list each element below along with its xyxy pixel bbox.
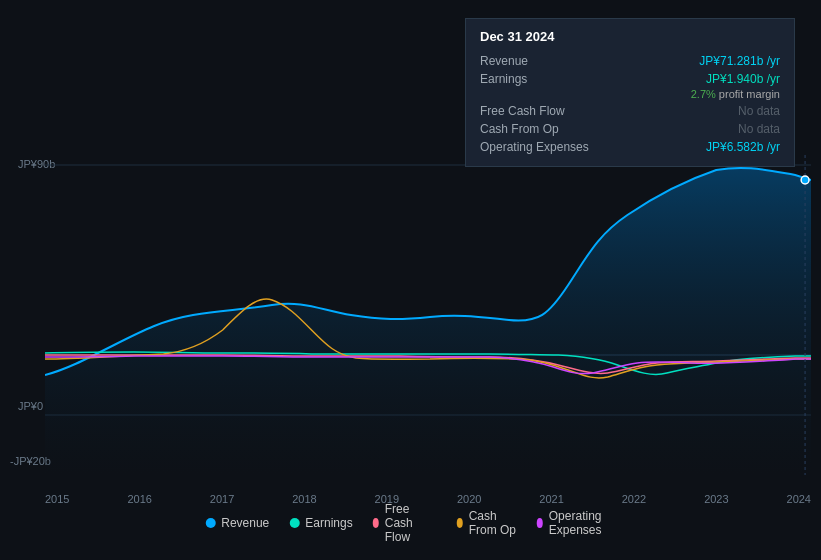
tooltip-opex-value: JP¥6.582b /yr xyxy=(706,140,780,154)
tooltip-cashfromop-label: Cash From Op xyxy=(480,122,600,136)
x-label-2024: 2024 xyxy=(787,493,811,505)
tooltip-revenue-row: Revenue JP¥71.281b /yr xyxy=(480,52,780,70)
legend-opex-dot xyxy=(537,518,543,528)
legend-revenue-dot xyxy=(205,518,215,528)
legend-revenue-label: Revenue xyxy=(221,516,269,530)
x-label-2015: 2015 xyxy=(45,493,69,505)
legend-cash-from-op[interactable]: Cash From Op xyxy=(457,509,517,537)
svg-point-4 xyxy=(801,176,809,184)
tooltip-fcf-label: Free Cash Flow xyxy=(480,104,600,118)
tooltip-revenue-label: Revenue xyxy=(480,54,600,68)
tooltip-earnings-label: Earnings xyxy=(480,72,600,86)
tooltip-cashfromop-value: No data xyxy=(738,122,780,136)
legend-cash-from-op-label: Cash From Op xyxy=(469,509,517,537)
tooltip-earnings-row: Earnings JP¥1.940b /yr xyxy=(480,70,780,88)
tooltip-revenue-value: JP¥71.281b /yr xyxy=(699,54,780,68)
tooltip-earnings-value: JP¥1.940b /yr xyxy=(706,72,780,86)
legend-opex-label: Operating Expenses xyxy=(549,509,616,537)
tooltip-cashfromop-row: Cash From Op No data xyxy=(480,120,780,138)
tooltip-opex-row: Operating Expenses JP¥6.582b /yr xyxy=(480,138,780,156)
tooltip-fcf-value: No data xyxy=(738,104,780,118)
legend-opex[interactable]: Operating Expenses xyxy=(537,509,616,537)
x-label-2022: 2022 xyxy=(622,493,646,505)
tooltip-fcf-row: Free Cash Flow No data xyxy=(480,102,780,120)
legend-revenue[interactable]: Revenue xyxy=(205,516,269,530)
legend-fcf[interactable]: Free Cash Flow xyxy=(373,502,437,544)
legend-earnings[interactable]: Earnings xyxy=(289,516,352,530)
tooltip-panel: Dec 31 2024 Revenue JP¥71.281b /yr Earni… xyxy=(465,18,795,167)
chart-legend: Revenue Earnings Free Cash Flow Cash Fro… xyxy=(205,502,616,544)
legend-cash-from-op-dot xyxy=(457,518,463,528)
legend-fcf-label: Free Cash Flow xyxy=(385,502,437,544)
legend-earnings-label: Earnings xyxy=(305,516,352,530)
x-label-2023: 2023 xyxy=(704,493,728,505)
tooltip-date: Dec 31 2024 xyxy=(480,29,780,44)
legend-fcf-dot xyxy=(373,518,379,528)
legend-earnings-dot xyxy=(289,518,299,528)
tooltip-profit-margin: 2.7% profit margin xyxy=(691,88,780,100)
tooltip-margin-row: 2.7% profit margin xyxy=(480,88,780,102)
x-label-2016: 2016 xyxy=(127,493,151,505)
chart-svg xyxy=(45,155,811,475)
y-label-zero: JP¥0 xyxy=(18,400,43,412)
tooltip-opex-label: Operating Expenses xyxy=(480,140,600,154)
